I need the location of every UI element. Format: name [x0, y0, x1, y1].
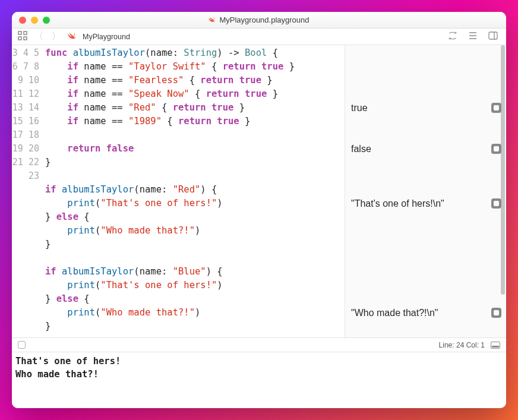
- code-line[interactable]: print("Who made that?!"): [45, 224, 345, 238]
- code-line[interactable]: if name == "Fearless" { return true }: [45, 74, 345, 87]
- code-line[interactable]: if name == "Taylor Swift" { return true …: [45, 60, 345, 74]
- toolbar: 〈 〉 MyPlayground: [12, 29, 506, 45]
- adjust-editor-icon[interactable]: [466, 31, 480, 42]
- quicklook-icon[interactable]: [491, 144, 501, 154]
- result-row: "Who made that?!\n": [351, 306, 501, 320]
- code-line[interactable]: func albumIsTaylor(name: String) -> Bool…: [45, 46, 345, 60]
- console-output[interactable]: That's one of hers! Who made that?!: [12, 352, 506, 408]
- scrollbar-thumb[interactable]: [501, 45, 505, 295]
- svg-rect-0: [18, 31, 21, 34]
- code-line[interactable]: print("Who made that?!"): [45, 306, 345, 320]
- result-value: "That's one of hers!\n": [351, 198, 444, 209]
- refresh-icon[interactable]: [446, 31, 460, 42]
- code-line[interactable]: if albumIsTaylor(name: "Red") {: [45, 183, 345, 197]
- svg-rect-7: [489, 32, 497, 39]
- results-sidebar: truefalse"That's one of hers!\n""Who mad…: [345, 45, 506, 337]
- code-line[interactable]: }: [45, 238, 345, 251]
- result-row: false: [351, 142, 501, 156]
- breadcrumb[interactable]: MyPlayground: [83, 33, 130, 41]
- quicklook-icon[interactable]: [491, 308, 501, 318]
- result-value: true: [351, 103, 368, 113]
- swift-icon: [209, 16, 216, 24]
- code-line[interactable]: [45, 251, 345, 265]
- window-title-text: MyPlayground.playground: [219, 15, 309, 24]
- code-line[interactable]: if name == "Red" { return true }: [45, 101, 345, 115]
- cursor-position: Line: 24 Col: 1: [439, 341, 485, 349]
- code-line[interactable]: [45, 169, 345, 183]
- forward-icon[interactable]: 〉: [50, 31, 62, 42]
- code-line[interactable]: print("That's one of hers!"): [45, 197, 345, 210]
- status-bar: Line: 24 Col: 1: [12, 337, 506, 352]
- scrollbar-track[interactable]: [500, 45, 505, 337]
- result-value: false: [351, 144, 371, 154]
- quicklook-icon[interactable]: [491, 103, 501, 113]
- code-line[interactable]: } else {: [45, 292, 345, 306]
- quicklook-icon[interactable]: [491, 198, 501, 209]
- svg-rect-1: [24, 31, 27, 34]
- code-line[interactable]: }: [45, 320, 345, 333]
- related-items-icon[interactable]: [18, 31, 27, 42]
- result-row: true: [351, 101, 501, 115]
- code-line[interactable]: }: [45, 156, 345, 169]
- code-line[interactable]: if name == "1989" { return true }: [45, 115, 345, 128]
- console-toggle-icon[interactable]: [491, 342, 500, 349]
- code-line[interactable]: } else {: [45, 210, 345, 224]
- swift-icon: [68, 31, 77, 42]
- svg-rect-2: [18, 37, 21, 40]
- code-line[interactable]: if albumIsTaylor(name: "Blue") {: [45, 265, 345, 279]
- titlebar[interactable]: MyPlayground.playground: [12, 12, 506, 29]
- xcode-window: MyPlayground.playground 〈 〉 MyPlayground…: [12, 12, 506, 408]
- svg-rect-3: [24, 37, 27, 40]
- editor-area: 3 4 5 6 7 8 9 10 11 12 13 14 15 16 17 18…: [12, 45, 506, 337]
- run-toggle[interactable]: [18, 341, 26, 349]
- window-title: MyPlayground.playground: [12, 15, 506, 24]
- code-editor[interactable]: func albumIsTaylor(name: String) -> Bool…: [45, 45, 345, 337]
- code-line[interactable]: return false: [45, 142, 345, 156]
- result-row: "That's one of hers!\n": [351, 197, 501, 210]
- line-gutter[interactable]: 3 4 5 6 7 8 9 10 11 12 13 14 15 16 17 18…: [12, 45, 45, 337]
- code-line[interactable]: [45, 128, 345, 142]
- code-line[interactable]: print("That's one of hers!"): [45, 279, 345, 292]
- add-editor-icon[interactable]: [486, 31, 500, 42]
- result-value: "Who made that?!\n": [351, 308, 438, 318]
- code-line[interactable]: if name == "Speak Now" { return true }: [45, 87, 345, 101]
- back-icon[interactable]: 〈: [33, 31, 45, 42]
